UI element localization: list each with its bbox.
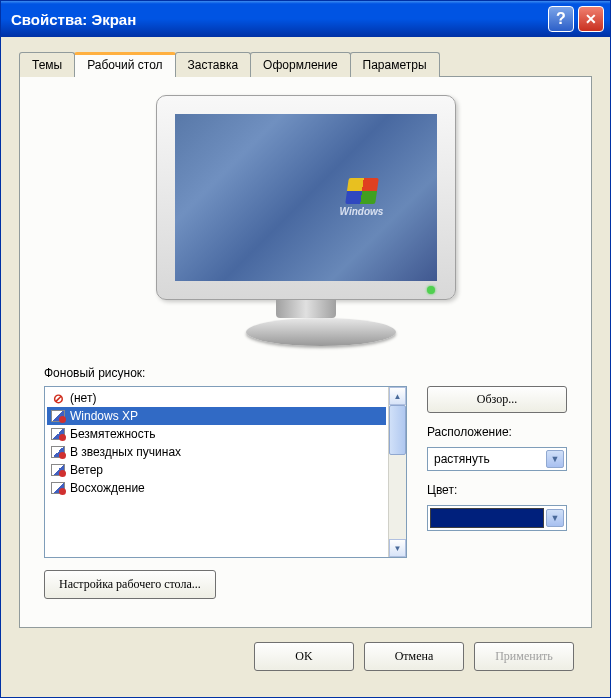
image-file-icon <box>51 446 65 458</box>
customize-desktop-button[interactable]: Настройка рабочего стола... <box>44 570 216 599</box>
image-file-icon <box>51 482 65 494</box>
none-icon: ⊘ <box>50 391 66 405</box>
background-label: Фоновый рисунок: <box>44 366 567 380</box>
dialog-buttons: OK Отмена Применить <box>19 628 592 671</box>
list-item[interactable]: Ветер <box>47 461 386 479</box>
list-item[interactable]: ⊘(нет) <box>47 389 386 407</box>
chevron-down-icon: ▼ <box>394 544 402 553</box>
dropdown-arrow: ▼ <box>546 450 564 468</box>
help-icon: ? <box>556 10 566 28</box>
monitor-screen: Windows <box>175 114 437 281</box>
color-swatch <box>430 508 544 528</box>
windows-flag-icon <box>345 178 379 204</box>
ok-button[interactable]: OK <box>254 642 354 671</box>
image-file-icon <box>50 481 66 495</box>
list-item-label: В звездных пучинах <box>70 445 181 459</box>
window-title: Свойства: Экран <box>11 11 544 28</box>
tab-strip: Темы Рабочий стол Заставка Оформление Па… <box>19 51 592 76</box>
tab-themes[interactable]: Темы <box>19 52 75 77</box>
tab-settings[interactable]: Параметры <box>350 52 440 77</box>
image-file-icon <box>51 464 65 476</box>
tab-appearance[interactable]: Оформление <box>250 52 350 77</box>
close-icon: ✕ <box>585 11 597 27</box>
client-area: Темы Рабочий стол Заставка Оформление Па… <box>1 37 610 689</box>
display-properties-window: Свойства: Экран ? ✕ Темы Рабочий стол За… <box>0 0 611 698</box>
image-file-icon <box>50 463 66 477</box>
image-file-icon <box>50 445 66 459</box>
background-row: ⊘(нет)Windows XPБезмятежностьВ звездных … <box>44 386 567 558</box>
customize-row: Настройка рабочего стола... <box>44 570 567 599</box>
monitor-stand <box>246 300 366 350</box>
list-item[interactable]: В звездных пучинах <box>47 443 386 461</box>
cancel-button[interactable]: Отмена <box>364 642 464 671</box>
list-item[interactable]: Безмятежность <box>47 425 386 443</box>
tab-desktop[interactable]: Рабочий стол <box>74 52 175 77</box>
image-file-icon <box>51 428 65 440</box>
chevron-down-icon: ▼ <box>551 513 560 523</box>
image-file-icon <box>50 409 66 423</box>
chevron-down-icon: ▼ <box>551 454 560 464</box>
close-button[interactable]: ✕ <box>578 6 604 32</box>
wallpaper-listbox[interactable]: ⊘(нет)Windows XPБезмятежностьВ звездных … <box>44 386 407 558</box>
image-file-icon <box>50 427 66 441</box>
tab-screensaver[interactable]: Заставка <box>175 52 252 77</box>
monitor-frame: Windows <box>156 95 456 300</box>
list-item-label: (нет) <box>70 391 96 405</box>
list-item[interactable]: Windows XP <box>47 407 386 425</box>
preview-area: Windows <box>44 95 567 350</box>
list-item-label: Безмятежность <box>70 427 156 441</box>
help-button[interactable]: ? <box>548 6 574 32</box>
browse-button[interactable]: Обзор... <box>427 386 567 413</box>
position-label: Расположение: <box>427 425 567 439</box>
monitor-power-led-icon <box>427 286 435 294</box>
scroll-thumb[interactable] <box>389 405 406 455</box>
titlebar[interactable]: Свойства: Экран ? ✕ <box>1 1 610 37</box>
monitor-preview: Windows <box>156 95 456 350</box>
scroll-down-button[interactable]: ▼ <box>389 539 406 557</box>
tab-panel-desktop: Windows Фоновый рисунок: ⊘(нет)Windows X… <box>19 76 592 628</box>
color-dropdown[interactable]: ▼ <box>427 505 567 531</box>
dropdown-arrow: ▼ <box>546 509 564 527</box>
listbox-scrollbar[interactable]: ▲ ▼ <box>388 387 406 557</box>
list-item[interactable]: Восхождение <box>47 479 386 497</box>
list-item-label: Восхождение <box>70 481 145 495</box>
scroll-track[interactable] <box>389 405 406 539</box>
position-dropdown[interactable]: растянуть ▼ <box>427 447 567 471</box>
list-item-label: Windows XP <box>70 409 138 423</box>
list-item-label: Ветер <box>70 463 103 477</box>
xp-logo: Windows <box>317 178 407 217</box>
position-value: растянуть <box>434 452 546 466</box>
chevron-up-icon: ▲ <box>394 392 402 401</box>
wallpaper-items: ⊘(нет)Windows XPБезмятежностьВ звездных … <box>45 387 388 557</box>
apply-button[interactable]: Применить <box>474 642 574 671</box>
background-options: Обзор... Расположение: растянуть ▼ Цвет:… <box>427 386 567 558</box>
scroll-up-button[interactable]: ▲ <box>389 387 406 405</box>
xp-logo-text: Windows <box>317 206 407 217</box>
image-file-icon <box>51 410 65 422</box>
color-label: Цвет: <box>427 483 567 497</box>
